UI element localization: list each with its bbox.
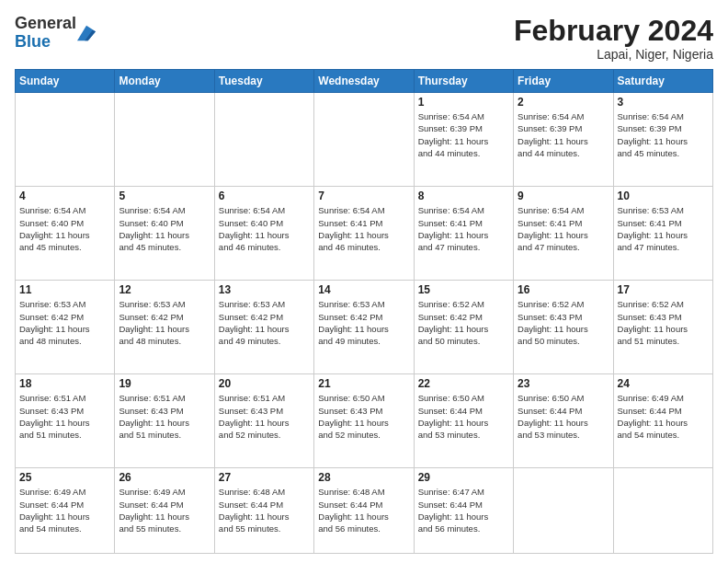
- table-row: 15Sunrise: 6:52 AM Sunset: 6:42 PM Dayli…: [414, 281, 513, 374]
- calendar-header-row: Sunday Monday Tuesday Wednesday Thursday…: [16, 70, 713, 93]
- day-number: 21: [318, 377, 409, 390]
- day-info: Sunrise: 6:53 AM Sunset: 6:41 PM Dayligh…: [618, 204, 709, 253]
- day-number: 9: [518, 190, 609, 202]
- day-number: 28: [318, 471, 409, 484]
- day-info: Sunrise: 6:53 AM Sunset: 6:42 PM Dayligh…: [318, 298, 409, 347]
- location: Lapai, Niger, Nigeria: [514, 47, 713, 62]
- day-info: Sunrise: 6:54 AM Sunset: 6:40 PM Dayligh…: [19, 204, 110, 253]
- logo: General Blue: [15, 15, 96, 52]
- day-info: Sunrise: 6:54 AM Sunset: 6:41 PM Dayligh…: [418, 204, 509, 253]
- day-info: Sunrise: 6:51 AM Sunset: 6:43 PM Dayligh…: [219, 392, 310, 441]
- table-row: 6Sunrise: 6:54 AM Sunset: 6:40 PM Daylig…: [214, 187, 313, 281]
- day-number: 7: [318, 190, 409, 202]
- header: General Blue February 2024 Lapai, Niger,…: [15, 15, 713, 62]
- table-row: 14Sunrise: 6:53 AM Sunset: 6:42 PM Dayli…: [314, 281, 414, 374]
- table-row: 26Sunrise: 6:49 AM Sunset: 6:44 PM Dayli…: [115, 468, 214, 554]
- logo-icon: [77, 24, 96, 42]
- col-monday: Monday: [115, 70, 214, 93]
- day-number: 15: [418, 283, 509, 296]
- table-row: 12Sunrise: 6:53 AM Sunset: 6:42 PM Dayli…: [115, 281, 214, 374]
- day-info: Sunrise: 6:54 AM Sunset: 6:39 PM Dayligh…: [418, 110, 509, 159]
- table-row: 10Sunrise: 6:53 AM Sunset: 6:41 PM Dayli…: [613, 187, 712, 281]
- day-number: 22: [418, 377, 509, 390]
- day-number: 16: [518, 283, 609, 296]
- table-row: [115, 93, 214, 187]
- day-info: Sunrise: 6:51 AM Sunset: 6:43 PM Dayligh…: [119, 392, 210, 441]
- table-row: 17Sunrise: 6:52 AM Sunset: 6:43 PM Dayli…: [613, 281, 712, 374]
- col-thursday: Thursday: [414, 70, 513, 93]
- table-row: 13Sunrise: 6:53 AM Sunset: 6:42 PM Dayli…: [214, 281, 313, 374]
- day-number: 29: [418, 471, 509, 484]
- day-info: Sunrise: 6:51 AM Sunset: 6:43 PM Dayligh…: [19, 392, 110, 441]
- table-row: 20Sunrise: 6:51 AM Sunset: 6:43 PM Dayli…: [214, 374, 313, 468]
- table-row: 1Sunrise: 6:54 AM Sunset: 6:39 PM Daylig…: [414, 93, 513, 187]
- table-row: 7Sunrise: 6:54 AM Sunset: 6:41 PM Daylig…: [314, 187, 414, 281]
- day-info: Sunrise: 6:54 AM Sunset: 6:40 PM Dayligh…: [219, 204, 310, 253]
- logo-general-text: General: [15, 14, 76, 32]
- day-number: 8: [418, 190, 509, 202]
- table-row: 23Sunrise: 6:50 AM Sunset: 6:44 PM Dayli…: [514, 374, 613, 468]
- day-info: Sunrise: 6:53 AM Sunset: 6:42 PM Dayligh…: [19, 298, 110, 347]
- day-info: Sunrise: 6:54 AM Sunset: 6:39 PM Dayligh…: [618, 110, 709, 159]
- day-number: 18: [19, 377, 110, 390]
- day-info: Sunrise: 6:50 AM Sunset: 6:44 PM Dayligh…: [418, 392, 509, 441]
- day-info: Sunrise: 6:49 AM Sunset: 6:44 PM Dayligh…: [119, 486, 210, 534]
- table-row: 24Sunrise: 6:49 AM Sunset: 6:44 PM Dayli…: [613, 374, 712, 468]
- day-number: 12: [119, 283, 210, 296]
- page: General Blue February 2024 Lapai, Niger,…: [0, 0, 728, 563]
- table-row: 4Sunrise: 6:54 AM Sunset: 6:40 PM Daylig…: [16, 187, 115, 281]
- table-row: 21Sunrise: 6:50 AM Sunset: 6:43 PM Dayli…: [314, 374, 414, 468]
- day-number: 24: [618, 377, 709, 390]
- day-info: Sunrise: 6:53 AM Sunset: 6:42 PM Dayligh…: [119, 298, 210, 347]
- table-row: [314, 93, 414, 187]
- table-row: 8Sunrise: 6:54 AM Sunset: 6:41 PM Daylig…: [414, 187, 513, 281]
- col-saturday: Saturday: [613, 70, 712, 93]
- day-info: Sunrise: 6:53 AM Sunset: 6:42 PM Dayligh…: [219, 298, 310, 347]
- day-number: 5: [119, 190, 210, 202]
- title-section: February 2024 Lapai, Niger, Nigeria: [514, 15, 713, 62]
- day-info: Sunrise: 6:52 AM Sunset: 6:43 PM Dayligh…: [618, 298, 709, 347]
- day-number: 10: [618, 190, 709, 202]
- day-number: 25: [19, 471, 110, 484]
- day-info: Sunrise: 6:54 AM Sunset: 6:39 PM Dayligh…: [518, 110, 609, 159]
- logo-blue-text: Blue: [15, 32, 51, 51]
- day-info: Sunrise: 6:47 AM Sunset: 6:44 PM Dayligh…: [418, 486, 509, 534]
- day-number: 19: [119, 377, 210, 390]
- col-sunday: Sunday: [16, 70, 115, 93]
- day-info: Sunrise: 6:49 AM Sunset: 6:44 PM Dayligh…: [19, 486, 110, 534]
- table-row: 25Sunrise: 6:49 AM Sunset: 6:44 PM Dayli…: [16, 468, 115, 554]
- table-row: 28Sunrise: 6:48 AM Sunset: 6:44 PM Dayli…: [314, 468, 414, 554]
- day-info: Sunrise: 6:50 AM Sunset: 6:43 PM Dayligh…: [318, 392, 409, 441]
- table-row: 18Sunrise: 6:51 AM Sunset: 6:43 PM Dayli…: [16, 374, 115, 468]
- day-number: 23: [518, 377, 609, 390]
- day-number: 11: [19, 283, 110, 296]
- table-row: 16Sunrise: 6:52 AM Sunset: 6:43 PM Dayli…: [514, 281, 613, 374]
- table-row: 22Sunrise: 6:50 AM Sunset: 6:44 PM Dayli…: [414, 374, 513, 468]
- table-row: 29Sunrise: 6:47 AM Sunset: 6:44 PM Dayli…: [414, 468, 513, 554]
- day-info: Sunrise: 6:48 AM Sunset: 6:44 PM Dayligh…: [318, 486, 409, 534]
- day-info: Sunrise: 6:54 AM Sunset: 6:40 PM Dayligh…: [119, 204, 210, 253]
- table-row: 19Sunrise: 6:51 AM Sunset: 6:43 PM Dayli…: [115, 374, 214, 468]
- day-number: 26: [119, 471, 210, 484]
- table-row: 3Sunrise: 6:54 AM Sunset: 6:39 PM Daylig…: [613, 93, 712, 187]
- day-number: 13: [219, 283, 310, 296]
- month-title: February 2024: [514, 15, 713, 47]
- day-number: 20: [219, 377, 310, 390]
- day-number: 3: [618, 96, 709, 109]
- table-row: [613, 468, 712, 554]
- table-row: 2Sunrise: 6:54 AM Sunset: 6:39 PM Daylig…: [514, 93, 613, 187]
- day-info: Sunrise: 6:52 AM Sunset: 6:42 PM Dayligh…: [418, 298, 509, 347]
- table-row: 27Sunrise: 6:48 AM Sunset: 6:44 PM Dayli…: [214, 468, 313, 554]
- day-number: 27: [219, 471, 310, 484]
- day-info: Sunrise: 6:54 AM Sunset: 6:41 PM Dayligh…: [318, 204, 409, 253]
- col-wednesday: Wednesday: [314, 70, 414, 93]
- day-number: 6: [219, 190, 310, 202]
- table-row: 9Sunrise: 6:54 AM Sunset: 6:41 PM Daylig…: [514, 187, 613, 281]
- day-number: 14: [318, 283, 409, 296]
- day-info: Sunrise: 6:50 AM Sunset: 6:44 PM Dayligh…: [518, 392, 609, 441]
- day-number: 4: [19, 190, 110, 202]
- calendar: Sunday Monday Tuesday Wednesday Thursday…: [15, 69, 713, 554]
- day-info: Sunrise: 6:52 AM Sunset: 6:43 PM Dayligh…: [518, 298, 609, 347]
- table-row: [514, 468, 613, 554]
- table-row: [16, 93, 115, 187]
